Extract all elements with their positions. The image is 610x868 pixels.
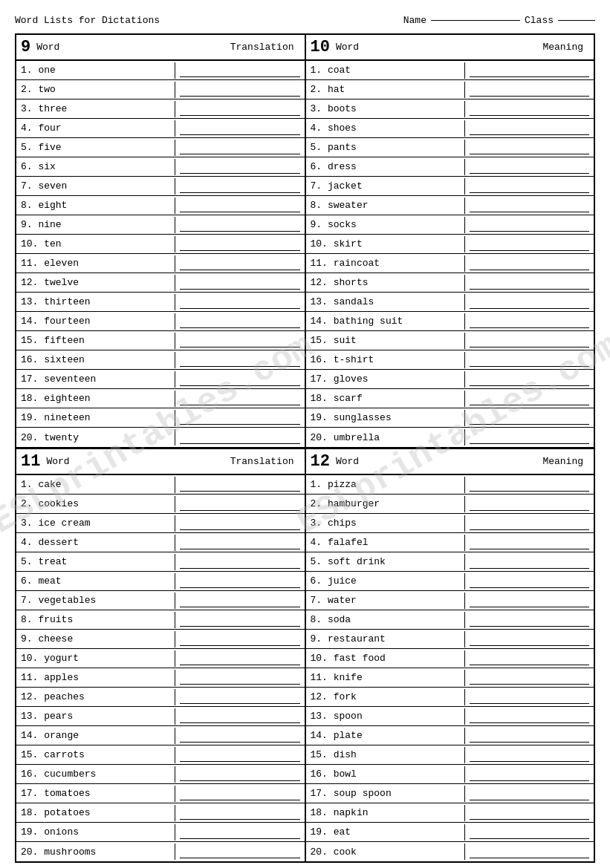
- table-row: 10. fast food: [306, 649, 594, 668]
- translation-cell[interactable]: [464, 198, 594, 214]
- translation-cell[interactable]: [175, 120, 304, 137]
- translation-cell[interactable]: [464, 391, 594, 407]
- translation-line: [470, 671, 589, 685]
- translation-cell[interactable]: [464, 429, 594, 446]
- translation-cell[interactable]: [175, 275, 304, 291]
- translation-cell[interactable]: [175, 352, 304, 368]
- translation-cell[interactable]: [175, 294, 304, 310]
- translation-cell[interactable]: [175, 236, 304, 252]
- translation-cell[interactable]: [464, 535, 594, 551]
- translation-cell[interactable]: [175, 843, 304, 860]
- translation-cell[interactable]: [175, 573, 304, 590]
- translation-cell[interactable]: [464, 728, 594, 744]
- translation-cell[interactable]: [175, 101, 304, 117]
- translation-cell[interactable]: [175, 178, 304, 195]
- translation-cell[interactable]: [464, 313, 594, 330]
- translation-cell[interactable]: [464, 410, 594, 426]
- translation-cell[interactable]: [464, 747, 594, 763]
- translation-cell[interactable]: [175, 766, 304, 783]
- translation-cell[interactable]: [175, 82, 304, 98]
- translation-cell[interactable]: [464, 612, 594, 628]
- translation-cell[interactable]: [464, 101, 594, 117]
- translation-cell[interactable]: [464, 82, 594, 98]
- translation-cell[interactable]: [175, 554, 304, 570]
- translation-cell[interactable]: [175, 747, 304, 763]
- translation-cell[interactable]: [175, 496, 304, 512]
- translation-cell[interactable]: [175, 786, 304, 802]
- page-header: Word Lists for Dictations Name Class: [15, 15, 595, 26]
- translation-cell[interactable]: [464, 140, 594, 156]
- word-cell: 18. eighteen: [16, 391, 175, 405]
- translation-cell[interactable]: [464, 352, 594, 368]
- translation-cell[interactable]: [464, 786, 594, 802]
- translation-cell[interactable]: [464, 62, 594, 79]
- translation-cell[interactable]: [464, 371, 594, 388]
- translation-line: [180, 555, 299, 569]
- translation-cell[interactable]: [464, 294, 594, 310]
- translation-cell[interactable]: [175, 217, 304, 233]
- translation-cell[interactable]: [464, 573, 594, 590]
- translation-cell[interactable]: [175, 689, 304, 705]
- translation-cell[interactable]: [175, 805, 304, 821]
- translation-cell[interactable]: [464, 631, 594, 647]
- translation-line: [470, 575, 589, 588]
- translation-cell[interactable]: [175, 159, 304, 175]
- translation-cell[interactable]: [464, 824, 594, 841]
- translation-cell[interactable]: [175, 429, 304, 446]
- col-label-12: Meaning: [542, 456, 589, 467]
- translation-cell[interactable]: [175, 391, 304, 407]
- translation-cell[interactable]: [175, 140, 304, 156]
- translation-cell[interactable]: [464, 670, 594, 686]
- translation-cell[interactable]: [464, 708, 594, 725]
- translation-cell[interactable]: [464, 477, 594, 493]
- translation-cell[interactable]: [175, 593, 304, 609]
- translation-cell[interactable]: [464, 515, 594, 532]
- translation-cell[interactable]: [464, 159, 594, 175]
- translation-cell[interactable]: [464, 496, 594, 512]
- translation-cell[interactable]: [464, 766, 594, 783]
- translation-cell[interactable]: [175, 333, 304, 349]
- word-cell: 9. socks: [306, 218, 464, 232]
- translation-line: [180, 575, 299, 588]
- translation-cell[interactable]: [175, 198, 304, 214]
- translation-cell[interactable]: [464, 236, 594, 252]
- translation-cell[interactable]: [175, 477, 304, 493]
- translation-cell[interactable]: [175, 515, 304, 532]
- translation-cell[interactable]: [175, 62, 304, 79]
- translation-cell[interactable]: [175, 313, 304, 330]
- table-row: 16. bowl: [306, 765, 594, 784]
- translation-cell[interactable]: [175, 728, 304, 744]
- translation-cell[interactable]: [464, 843, 594, 860]
- word-cell: 19. nineteen: [16, 411, 175, 425]
- translation-line: [180, 536, 299, 549]
- translation-cell[interactable]: [464, 255, 594, 272]
- translation-line: [180, 64, 299, 77]
- translation-cell[interactable]: [464, 217, 594, 233]
- word-cell: 9. cheese: [16, 632, 175, 646]
- translation-cell[interactable]: [464, 554, 594, 570]
- translation-cell[interactable]: [175, 824, 304, 841]
- translation-cell[interactable]: [175, 631, 304, 647]
- translation-cell[interactable]: [464, 805, 594, 821]
- translation-cell[interactable]: [464, 689, 594, 705]
- translation-cell[interactable]: [464, 650, 594, 667]
- translation-cell[interactable]: [175, 535, 304, 551]
- translation-cell[interactable]: [175, 650, 304, 667]
- table-row: 5. pants: [306, 138, 594, 157]
- word-cell: 2. hamburger: [306, 497, 464, 511]
- translation-cell[interactable]: [175, 255, 304, 272]
- translation-cell[interactable]: [175, 612, 304, 628]
- translation-cell[interactable]: [464, 593, 594, 609]
- translation-cell[interactable]: [175, 670, 304, 686]
- translation-cell[interactable]: [175, 371, 304, 388]
- translation-cell[interactable]: [464, 178, 594, 195]
- word-cell: 7. seven: [16, 179, 175, 193]
- table-row: 3. chips: [306, 514, 594, 533]
- translation-cell[interactable]: [464, 333, 594, 349]
- table-row: 10. ten: [16, 235, 305, 254]
- translation-cell[interactable]: [464, 275, 594, 291]
- translation-cell[interactable]: [175, 410, 304, 426]
- word-cell: 16. t-shirt: [306, 353, 464, 367]
- translation-cell[interactable]: [175, 708, 304, 725]
- translation-cell[interactable]: [464, 120, 594, 137]
